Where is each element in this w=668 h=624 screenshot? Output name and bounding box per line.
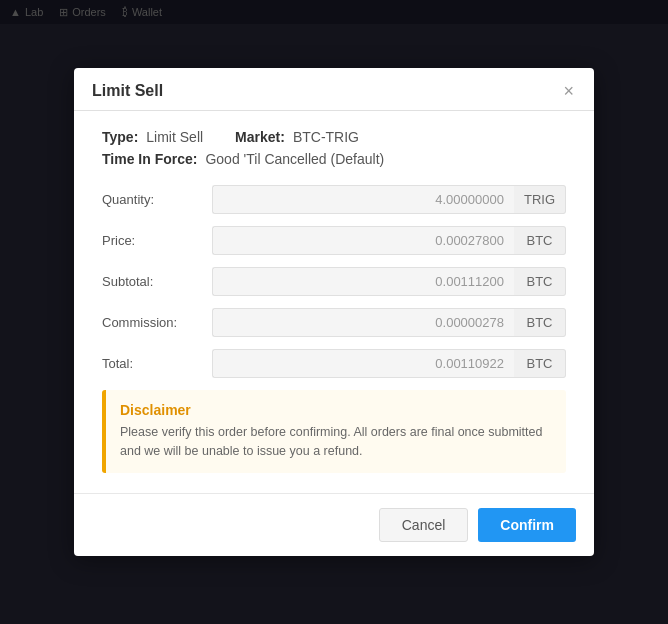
field-unit: BTC: [514, 226, 566, 255]
disclaimer-text: Please verify this order before confirmi…: [120, 423, 552, 461]
field-input: [212, 308, 514, 337]
field-input: [212, 349, 514, 378]
table-row: Price:BTC: [102, 226, 566, 255]
field-input: [212, 226, 514, 255]
field-label: Subtotal:: [102, 274, 212, 289]
field-label: Quantity:: [102, 192, 212, 207]
market-value: BTC-TRIG: [293, 129, 359, 145]
type-value: Limit Sell: [146, 129, 203, 145]
table-row: Total:BTC: [102, 349, 566, 378]
modal-footer: Cancel Confirm: [74, 493, 594, 556]
market-label: Market:: [235, 129, 285, 145]
fields-container: Quantity:TRIGPrice:BTCSubtotal:BTCCommis…: [102, 185, 566, 378]
type-label: Type:: [102, 129, 138, 145]
table-row: Quantity:TRIG: [102, 185, 566, 214]
close-button[interactable]: ×: [561, 82, 576, 100]
field-unit: TRIG: [514, 185, 566, 214]
field-unit: BTC: [514, 308, 566, 337]
time-in-force-row: Time In Force: Good 'Til Cancelled (Defa…: [102, 151, 566, 167]
field-input-group: BTC: [212, 267, 566, 296]
field-label: Commission:: [102, 315, 212, 330]
field-unit: BTC: [514, 349, 566, 378]
confirm-button[interactable]: Confirm: [478, 508, 576, 542]
field-input-group: BTC: [212, 349, 566, 378]
field-unit: BTC: [514, 267, 566, 296]
modal-overlay: Limit Sell × Type: Limit Sell Market: BT…: [0, 0, 668, 624]
field-input: [212, 267, 514, 296]
modal-title: Limit Sell: [92, 82, 163, 100]
field-input: [212, 185, 514, 214]
modal-header: Limit Sell ×: [74, 68, 594, 111]
limit-sell-modal: Limit Sell × Type: Limit Sell Market: BT…: [74, 68, 594, 556]
field-label: Total:: [102, 356, 212, 371]
modal-body: Type: Limit Sell Market: BTC-TRIG Time I…: [74, 111, 594, 493]
field-label: Price:: [102, 233, 212, 248]
field-input-group: TRIG: [212, 185, 566, 214]
table-row: Commission:BTC: [102, 308, 566, 337]
disclaimer-box: Disclaimer Please verify this order befo…: [102, 390, 566, 473]
time-in-force-label: Time In Force:: [102, 151, 197, 167]
type-market-row: Type: Limit Sell Market: BTC-TRIG: [102, 129, 566, 145]
field-input-group: BTC: [212, 226, 566, 255]
table-row: Subtotal:BTC: [102, 267, 566, 296]
field-input-group: BTC: [212, 308, 566, 337]
disclaimer-title: Disclaimer: [120, 402, 552, 418]
time-in-force-value: Good 'Til Cancelled (Default): [205, 151, 384, 167]
cancel-button[interactable]: Cancel: [379, 508, 469, 542]
